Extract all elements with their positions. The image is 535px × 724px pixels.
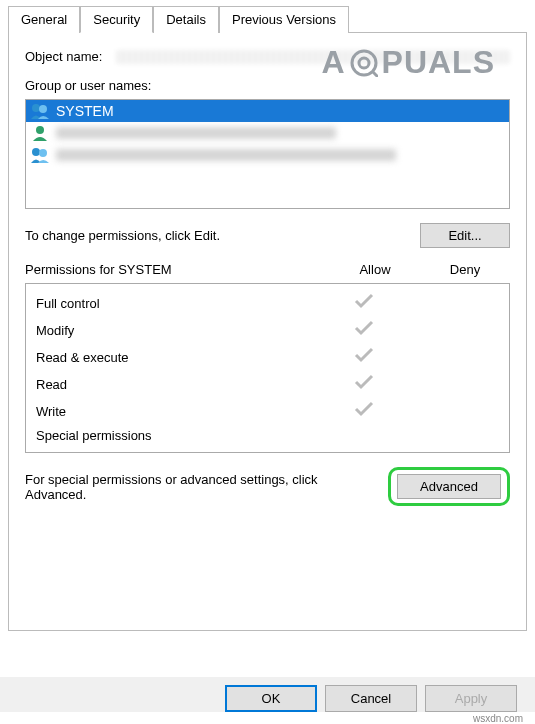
advanced-button[interactable]: Advanced [397, 474, 501, 499]
system-group-icon [30, 102, 50, 120]
advanced-text: For special permissions or advanced sett… [25, 472, 378, 502]
svg-point-6 [32, 148, 40, 156]
allow-check [319, 374, 409, 395]
permission-label: Read & execute [36, 350, 319, 365]
ok-button[interactable]: OK [225, 685, 317, 712]
permission-row-write: Write [36, 398, 499, 425]
dialog-button-bar: OK Cancel Apply [0, 677, 535, 712]
single-user-icon [30, 124, 50, 142]
security-panel: Object name: Group or user names: SYSTEM [8, 33, 527, 631]
apply-button: Apply [425, 685, 517, 712]
object-name-row: Object name: [25, 49, 510, 64]
permission-row-special: Special permissions [36, 425, 499, 446]
advanced-row: For special permissions or advanced sett… [25, 467, 510, 506]
group-user-listbox[interactable]: SYSTEM [25, 99, 510, 209]
checkmark-icon [354, 293, 374, 309]
allow-check [319, 320, 409, 341]
permissions-header-row: Permissions for SYSTEM Allow Deny [25, 262, 510, 277]
list-item-system[interactable]: SYSTEM [26, 100, 509, 122]
object-name-value-blurred [116, 50, 510, 64]
permission-label: Write [36, 404, 319, 419]
checkmark-icon [354, 320, 374, 336]
allow-column-header: Allow [330, 262, 420, 277]
list-item-label: SYSTEM [56, 103, 114, 119]
list-item-admins[interactable] [26, 144, 509, 166]
url-watermark: wsxdn.com [473, 713, 523, 724]
svg-point-7 [39, 149, 47, 157]
list-item-blurred-text [56, 127, 336, 139]
tab-general[interactable]: General [8, 6, 80, 33]
list-item-blurred-text [56, 149, 396, 161]
edit-permissions-text: To change permissions, click Edit. [25, 228, 420, 243]
edit-permissions-row: To change permissions, click Edit. Edit.… [25, 223, 510, 248]
checkmark-icon [354, 347, 374, 363]
checkmark-icon [354, 401, 374, 417]
permission-label: Full control [36, 296, 319, 311]
tab-bar: General Security Details Previous Versio… [8, 6, 527, 33]
admin-group-icon [30, 146, 50, 164]
permission-row-read: Read [36, 371, 499, 398]
permissions-for-label: Permissions for SYSTEM [25, 262, 330, 277]
advanced-highlight: Advanced [388, 467, 510, 506]
svg-point-5 [36, 126, 44, 134]
deny-column-header: Deny [420, 262, 510, 277]
permission-row-read-execute: Read & execute [36, 344, 499, 371]
svg-point-3 [32, 104, 40, 112]
group-names-label: Group or user names: [25, 78, 510, 93]
permissions-listbox: Full control Modify Read & execute Read [25, 283, 510, 453]
checkmark-icon [354, 374, 374, 390]
allow-check [319, 401, 409, 422]
permission-label: Special permissions [36, 428, 319, 443]
permission-label: Read [36, 377, 319, 392]
edit-button[interactable]: Edit... [420, 223, 510, 248]
allow-check [319, 347, 409, 368]
tab-previous-versions[interactable]: Previous Versions [219, 6, 349, 33]
permission-label: Modify [36, 323, 319, 338]
tab-details[interactable]: Details [153, 6, 219, 33]
tab-security[interactable]: Security [80, 6, 153, 33]
svg-point-4 [39, 105, 47, 113]
cancel-button[interactable]: Cancel [325, 685, 417, 712]
permission-row-full-control: Full control [36, 290, 499, 317]
list-item-user[interactable] [26, 122, 509, 144]
permission-row-modify: Modify [36, 317, 499, 344]
allow-check [319, 293, 409, 314]
object-name-label: Object name: [25, 49, 102, 64]
